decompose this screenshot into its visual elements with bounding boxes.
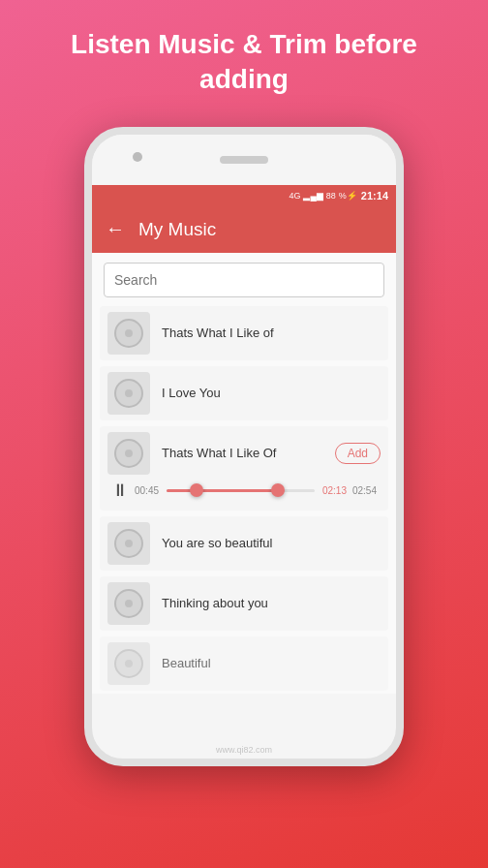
disc-icon bbox=[114, 319, 143, 348]
list-item-expanded: Thats What I Like Of Add ⏸ 00:45 02:13 bbox=[100, 426, 388, 511]
album-art bbox=[107, 432, 150, 475]
song-title: Thats What I Like of bbox=[162, 326, 381, 340]
add-button[interactable]: Add bbox=[335, 443, 381, 464]
song-title: Thinking about you bbox=[162, 596, 381, 610]
player-row: ⏸ 00:45 02:13 02:54 bbox=[107, 475, 381, 505]
song-row: You are so beautiful bbox=[107, 522, 381, 565]
headline: Listen Music & Trim before adding bbox=[0, 0, 488, 117]
screen-content: Thats What I Like of I Love You bbox=[92, 253, 396, 694]
current-time: 02:13 bbox=[322, 485, 347, 496]
phone-wrapper: 4G ▂▄▆ 88 %⚡ 21:14 ← My Music bbox=[84, 117, 404, 776]
disc-icon bbox=[114, 529, 143, 558]
disc-icon bbox=[114, 649, 143, 678]
list-item: You are so beautiful bbox=[100, 516, 388, 571]
signal-bars: ▂▄▆ bbox=[303, 191, 322, 201]
phone-speaker bbox=[220, 156, 268, 164]
status-icons: 4G ▂▄▆ 88 %⚡ bbox=[289, 191, 356, 201]
disc-icon bbox=[114, 589, 143, 618]
song-row: Thinking about you bbox=[107, 582, 381, 625]
song-row: Thats What I Like Of Add bbox=[107, 432, 381, 475]
song-row: I Love You bbox=[107, 372, 381, 415]
end-time: 02:54 bbox=[352, 485, 377, 496]
phone-top-bezel bbox=[92, 135, 396, 185]
playback-slider[interactable] bbox=[167, 489, 315, 492]
search-bar[interactable] bbox=[104, 263, 384, 297]
list-item: Thats What I Like of bbox=[100, 306, 388, 360]
app-bar-title: My Music bbox=[138, 219, 216, 240]
search-input[interactable] bbox=[114, 272, 374, 288]
album-art bbox=[107, 522, 150, 565]
album-art bbox=[107, 642, 150, 685]
list-item: Thinking about you bbox=[100, 576, 388, 631]
song-title: You are so beautiful bbox=[162, 536, 381, 550]
song-row: Beautiful bbox=[107, 642, 381, 685]
battery-indicator: 88 bbox=[326, 191, 336, 201]
song-list: Thats What I Like of I Love You bbox=[92, 303, 396, 694]
status-time: 21:14 bbox=[361, 190, 388, 202]
disc-icon bbox=[114, 439, 143, 468]
phone-camera bbox=[133, 152, 142, 162]
album-art bbox=[107, 582, 150, 625]
slider-thumb-right[interactable] bbox=[271, 483, 285, 497]
album-art bbox=[107, 312, 150, 355]
slider-filled bbox=[167, 489, 278, 492]
status-bar: 4G ▂▄▆ 88 %⚡ 21:14 bbox=[92, 185, 396, 206]
battery-symbol: %⚡ bbox=[339, 191, 357, 201]
pause-button[interactable]: ⏸ bbox=[111, 480, 129, 501]
album-art bbox=[107, 372, 150, 415]
song-title: I Love You bbox=[162, 386, 381, 400]
start-time: 00:45 bbox=[135, 485, 159, 496]
song-title: Beautiful bbox=[162, 656, 381, 670]
list-item: I Love You bbox=[100, 366, 388, 420]
song-row: Thats What I Like of bbox=[107, 312, 381, 355]
back-button[interactable]: ← bbox=[106, 218, 125, 240]
disc-icon bbox=[114, 379, 143, 408]
app-bar: ← My Music bbox=[92, 206, 396, 253]
phone-shell: 4G ▂▄▆ 88 %⚡ 21:14 ← My Music bbox=[84, 127, 404, 766]
song-title: Thats What I Like Of bbox=[162, 446, 335, 460]
network-icon: 4G bbox=[289, 191, 300, 201]
list-item: Beautiful bbox=[100, 636, 388, 691]
slider-thumb-left[interactable] bbox=[190, 483, 203, 497]
